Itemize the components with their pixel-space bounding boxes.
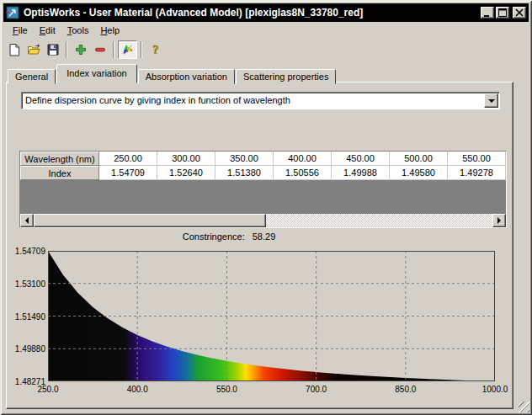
app-icon — [6, 6, 19, 19]
wavelength-row-cell-3[interactable]: 400.00 — [274, 152, 332, 166]
minimize-button[interactable] — [481, 7, 494, 19]
index-row-cell-6[interactable]: 1.49278 — [448, 166, 506, 180]
menu-file[interactable]: File — [7, 24, 34, 38]
add-icon — [74, 43, 88, 56]
app-window: OptisWorks - User Material (Advanced Mod… — [0, 0, 532, 415]
wavelength-row-cell-4[interactable]: 450.00 — [332, 152, 390, 166]
index-row-cell-2[interactable]: 1.51380 — [215, 166, 274, 180]
grid-empty-area — [20, 180, 506, 214]
toolbar: ? — [4, 40, 165, 60]
y-tick-label: 1.49880 — [7, 344, 45, 354]
toolbar-separator — [66, 41, 67, 58]
dispersion-mode-value: Define dispersion curve by giving index … — [25, 94, 481, 107]
chevron-down-icon — [488, 99, 495, 106]
menu-edit[interactable]: Edit — [34, 24, 61, 38]
tab-strip: GeneralIndex variationAbsorption variati… — [8, 64, 337, 82]
new-button[interactable] — [4, 40, 24, 59]
index-table: Wavelength (nm)250.00300.00350.00400.004… — [19, 151, 507, 228]
y-tick-label: 1.51490 — [7, 312, 45, 322]
x-tick-label: 700.0 — [298, 385, 335, 394]
open-icon — [27, 43, 40, 56]
dispersion-plot-svg — [48, 251, 495, 381]
constringence-row: Constringence: 58.29 — [133, 231, 325, 243]
remove-icon — [93, 43, 107, 56]
open-button[interactable] — [24, 40, 43, 59]
maximize-icon — [497, 8, 508, 18]
scroll-left-button[interactable] — [20, 214, 34, 227]
arrow-right-icon — [497, 217, 501, 224]
arrow-left-icon — [25, 217, 29, 224]
title-bar[interactable]: OptisWorks - User Material (Advanced Mod… — [3, 3, 529, 22]
close-button[interactable] — [513, 7, 526, 19]
x-tick-label: 550.0 — [208, 385, 245, 394]
index-variation-pane: Define dispersion curve by giving index … — [6, 82, 513, 409]
wavelength-row-cell-1[interactable]: 300.00 — [157, 152, 215, 166]
index-row: Index1.547091.526401.513801.505561.49988… — [20, 166, 506, 180]
toolbar-separator — [113, 41, 114, 58]
wavelength-row-header: Wavelength (nm) — [20, 152, 99, 166]
horizontal-scrollbar[interactable] — [20, 214, 506, 227]
remove-button[interactable] — [90, 40, 109, 59]
material-color-button[interactable] — [118, 40, 137, 59]
wavelength-row-cell-5[interactable]: 500.00 — [390, 152, 448, 166]
y-tick-label: 1.53100 — [7, 279, 45, 289]
x-tick-label: 1000.0 — [476, 385, 513, 394]
dispersion-mode-combobox[interactable]: Define dispersion curve by giving index … — [21, 92, 500, 109]
index-row-cell-0[interactable]: 1.54709 — [99, 166, 157, 180]
close-icon — [513, 8, 525, 18]
resize-grip[interactable] — [519, 402, 529, 412]
dispersion-plot — [48, 251, 495, 381]
menu-tools[interactable]: Tools — [61, 24, 95, 38]
scroll-right-button[interactable] — [492, 214, 506, 227]
index-table-rows: Wavelength (nm)250.00300.00350.00400.004… — [20, 152, 506, 180]
constringence-value: 58.29 — [253, 231, 276, 243]
x-tick-label: 400.0 — [119, 385, 156, 394]
menu-bar: FileEditToolsHelp — [7, 24, 125, 38]
svg-text:?: ? — [152, 44, 158, 56]
combobox-dropdown-button[interactable] — [484, 93, 498, 108]
wavelength-row-cell-6[interactable]: 550.00 — [448, 152, 506, 166]
x-tick-label: 250.0 — [29, 385, 66, 394]
wavelength-row-cell-0[interactable]: 250.00 — [99, 152, 157, 166]
help-button[interactable]: ? — [146, 40, 165, 59]
constringence-label: Constringence: — [183, 231, 245, 243]
index-row-cell-5[interactable]: 1.49580 — [390, 166, 448, 180]
index-row-cell-3[interactable]: 1.50556 — [274, 166, 332, 180]
add-button[interactable] — [71, 40, 90, 59]
wavelength-row: Wavelength (nm)250.00300.00350.00400.004… — [20, 152, 506, 166]
index-row-cell-1[interactable]: 1.52640 — [157, 166, 215, 180]
new-icon — [8, 43, 21, 56]
window-title: OptisWorks - User Material (Advanced Mod… — [24, 7, 481, 19]
tab-general[interactable]: General — [8, 69, 56, 84]
minimize-icon — [481, 8, 493, 18]
tab-scattering-properties[interactable]: Scattering properties — [236, 69, 337, 84]
menu-help[interactable]: Help — [94, 24, 125, 38]
save-icon — [46, 43, 60, 56]
tab-absorption-variation[interactable]: Absorption variation — [138, 69, 235, 84]
index-row-header: Index — [20, 166, 99, 180]
x-tick-label: 850.0 — [387, 385, 424, 394]
material-color-icon — [121, 43, 135, 56]
index-row-cell-4[interactable]: 1.49988 — [332, 166, 390, 180]
maximize-button[interactable] — [496, 7, 509, 19]
tab-index-variation[interactable]: Index variation — [56, 64, 137, 83]
y-tick-label: 1.54709 — [7, 247, 45, 256]
wavelength-row-cell-2[interactable]: 350.00 — [215, 152, 274, 166]
save-button[interactable] — [43, 40, 62, 59]
scrollbar-thumb[interactable] — [34, 214, 266, 227]
toolbar-separator — [141, 41, 142, 58]
help-icon: ? — [149, 43, 162, 56]
